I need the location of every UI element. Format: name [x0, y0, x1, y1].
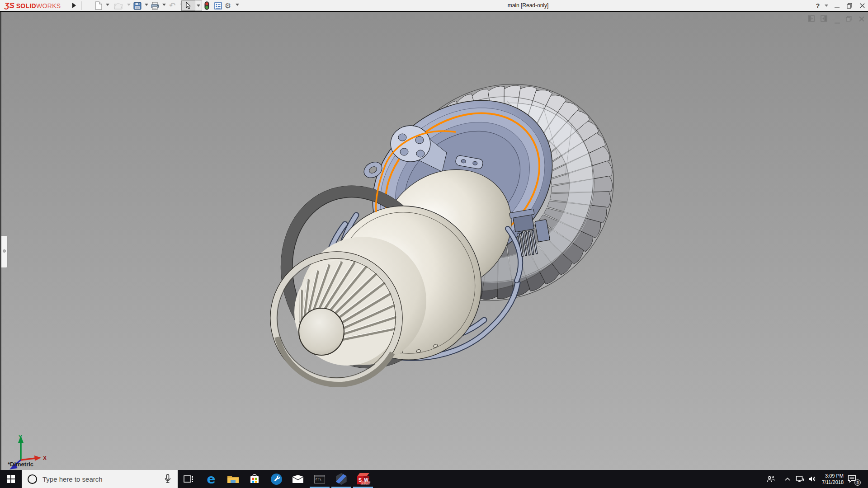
hexagon-app-icon: [335, 473, 347, 485]
print-dropdown[interactable]: [162, 4, 166, 6]
wrench-circle-icon: [270, 473, 283, 485]
print-button[interactable]: [149, 1, 160, 10]
task-view-icon: [184, 474, 193, 483]
store-button[interactable]: [244, 470, 265, 488]
restore-button[interactable]: [844, 0, 855, 11]
command-prompt-button[interactable]: C:\_: [309, 470, 330, 488]
windows-logo-icon: [7, 475, 15, 483]
properties-list-icon: [214, 2, 222, 9]
chevron-up-icon: [785, 478, 790, 481]
close-button[interactable]: [856, 0, 868, 11]
cortana-icon: [28, 474, 37, 484]
print-icon: [151, 2, 159, 10]
clock-time: 3:09 PM: [814, 473, 844, 479]
restore-icon: [847, 3, 852, 9]
file-explorer-button[interactable]: [222, 470, 244, 488]
rebuild-stoplight-button[interactable]: [201, 1, 212, 10]
store-icon: [249, 474, 260, 484]
save-dropdown[interactable]: [145, 4, 148, 6]
edge-icon: e: [207, 472, 216, 487]
action-center-button[interactable]: 3: [846, 470, 862, 488]
engine-3d-model: [1, 12, 868, 470]
undo-button[interactable]: ↶: [167, 1, 178, 10]
document-title: main [Read-only]: [508, 2, 549, 9]
mail-button[interactable]: [287, 470, 309, 488]
graphics-viewport[interactable]: Y X Z *Dimetric: [0, 12, 868, 470]
mail-icon: [292, 474, 304, 483]
save-button[interactable]: [132, 1, 143, 10]
options-gear-button[interactable]: ⚙: [222, 1, 233, 10]
open-folder-icon: [114, 2, 123, 9]
taskbar-clock[interactable]: 3:09 PM 7/11/2018: [814, 470, 844, 488]
minimize-icon: [835, 3, 840, 8]
windows-taskbar: e: [0, 470, 868, 488]
people-tray-button[interactable]: [764, 470, 778, 488]
search-input[interactable]: [42, 475, 164, 483]
file-explorer-icon: [227, 474, 239, 484]
toolbar-separator: [81, 1, 82, 10]
undo-icon: ↶: [169, 1, 175, 10]
triad-y-label: Y: [19, 434, 22, 441]
microphone-icon[interactable]: [164, 474, 171, 484]
triad-x-arrow: [34, 455, 41, 461]
open-button[interactable]: [113, 1, 124, 10]
menu-flyout-arrow-icon[interactable]: [72, 3, 76, 8]
network-icon: [796, 475, 804, 483]
stoplight-icon: [204, 1, 209, 10]
select-tool-button[interactable]: [181, 0, 195, 11]
new-document-icon: [95, 1, 102, 10]
minimize-button[interactable]: [831, 0, 843, 11]
edge-button[interactable]: e: [200, 470, 222, 488]
options-dropdown[interactable]: [236, 4, 239, 6]
task-view-button[interactable]: [178, 470, 199, 488]
taskbar-search[interactable]: [22, 470, 178, 488]
network-tray-button[interactable]: [793, 470, 806, 488]
select-cursor-icon: [185, 2, 191, 9]
open-dropdown[interactable]: [127, 4, 131, 6]
help-dropdown[interactable]: [825, 5, 828, 7]
clock-date: 7/11/2018: [814, 479, 844, 485]
start-button[interactable]: [0, 470, 22, 488]
solidworks-logo: ƷS SOLID WORKS: [5, 1, 61, 10]
support-assist-button[interactable]: [265, 470, 287, 488]
view-orientation-label: *Dimetric: [8, 461, 33, 468]
help-button[interactable]: ?: [813, 0, 823, 11]
new-document-dropdown[interactable]: [106, 4, 109, 6]
hexagon-app-button[interactable]: [330, 470, 352, 488]
dassault-mark-icon: ƷS: [5, 1, 14, 10]
solidworks-taskbar-button[interactable]: S W 2017: [352, 470, 374, 488]
close-icon: [860, 3, 865, 8]
titlebar: ƷS SOLID WORKS: [0, 0, 868, 11]
command-prompt-icon: C:\_: [314, 475, 325, 483]
new-document-button[interactable]: [93, 1, 104, 10]
properties-list-button[interactable]: [212, 1, 223, 10]
gear-icon: ⚙: [225, 1, 231, 10]
triad-x-label: X: [43, 455, 47, 461]
tray-overflow-button[interactable]: [782, 470, 793, 488]
people-icon: [767, 475, 775, 483]
notification-badge: 3: [854, 479, 861, 486]
save-floppy-icon: [133, 2, 142, 10]
solidworks-app-icon: S W 2017: [357, 473, 369, 485]
